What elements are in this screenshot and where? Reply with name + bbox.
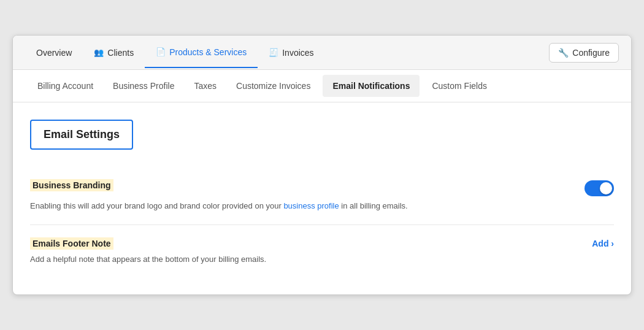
nav-overview[interactable]: Overview <box>25 38 83 67</box>
business-branding-header: Business Branding <box>30 179 614 196</box>
tab-billing-account[interactable]: Billing Account <box>28 70 103 102</box>
business-branding-description: Enabling this will add your brand logo a… <box>30 200 614 212</box>
business-branding-row: Business Branding Enabling this will add <box>30 167 614 225</box>
toggle-container <box>585 180 614 196</box>
emails-footer-note-row: Emails Footer Note Add › Add a helpful n… <box>30 225 614 278</box>
add-right: Add › <box>580 237 614 248</box>
emails-footer-note-header: Emails Footer Note Add › <box>30 237 614 250</box>
clients-icon: 👥 <box>94 48 104 57</box>
nav-items: Overview 👥 Clients 📄 Products & Services… <box>25 37 549 68</box>
emails-footer-note-description: Add a helpful note that appears at the b… <box>30 253 614 266</box>
main-content: Billing Account Business Profile Taxes C… <box>13 70 631 294</box>
nav-invoices-label: Invoices <box>282 48 313 58</box>
tab-customize-invoices[interactable]: Customize Invoices <box>226 70 320 102</box>
configure-button[interactable]: 🔧 Configure <box>549 43 619 63</box>
emails-footer-note-label: Emails Footer Note <box>30 237 113 250</box>
nav-clients[interactable]: 👥 Clients <box>83 38 145 67</box>
email-settings-title: Email Settings <box>44 128 120 140</box>
tab-custom-fields[interactable]: Custom Fields <box>422 70 496 102</box>
email-settings-box: Email Settings <box>30 120 133 150</box>
nav-products-label: Products & Services <box>169 47 247 57</box>
business-profile-link[interactable]: business profile <box>283 201 339 210</box>
top-nav: Overview 👥 Clients 📄 Products & Services… <box>13 36 631 70</box>
sub-tabs: Billing Account Business Profile Taxes C… <box>13 70 631 102</box>
nav-overview-label: Overview <box>36 48 72 58</box>
toggle-right <box>572 179 614 196</box>
tab-email-notifications[interactable]: Email Notifications <box>323 75 420 97</box>
products-icon: 📄 <box>156 47 166 56</box>
content-area: Email Settings Business Branding <box>13 102 631 294</box>
nav-clients-label: Clients <box>107 48 134 58</box>
toggle-track <box>585 180 614 196</box>
wrench-icon: 🔧 <box>558 48 569 58</box>
tab-taxes[interactable]: Taxes <box>184 70 226 102</box>
add-footer-note-button[interactable]: Add › <box>592 239 614 248</box>
nav-products-services[interactable]: 📄 Products & Services <box>145 37 258 68</box>
nav-invoices[interactable]: 🧾 Invoices <box>258 38 324 67</box>
tab-business-profile[interactable]: Business Profile <box>103 70 184 102</box>
invoices-icon: 🧾 <box>269 48 278 57</box>
business-branding-toggle[interactable] <box>585 180 614 196</box>
business-branding-label: Business Branding <box>30 179 113 191</box>
configure-label: Configure <box>572 48 610 58</box>
toggle-thumb <box>600 182 612 194</box>
app-container: Overview 👥 Clients 📄 Products & Services… <box>12 35 632 295</box>
